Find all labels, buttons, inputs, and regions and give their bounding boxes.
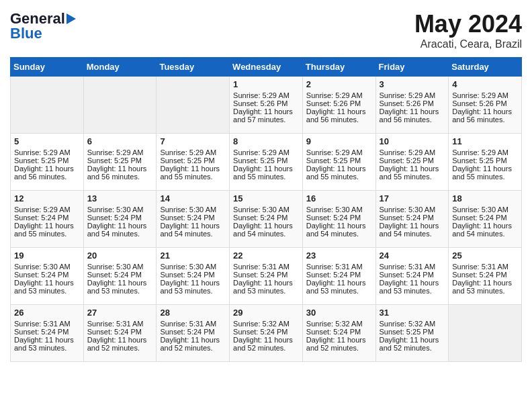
- day-info: Daylight: 11 hours: [306, 107, 372, 116]
- day-info: Sunrise: 5:29 AM: [452, 148, 518, 156]
- logo-blue: Blue: [10, 25, 42, 42]
- calendar-cell: 18Sunrise: 5:30 AMSunset: 5:24 PMDayligh…: [449, 191, 522, 248]
- day-info: Sunset: 5:24 PM: [233, 328, 299, 336]
- day-number: 29: [233, 308, 299, 318]
- day-info: Sunrise: 5:30 AM: [160, 263, 226, 271]
- day-number: 7: [160, 136, 226, 146]
- header-saturday: Saturday: [449, 58, 522, 77]
- day-info: Sunset: 5:24 PM: [14, 271, 80, 279]
- calendar-cell: 7Sunrise: 5:29 AMSunset: 5:25 PMDaylight…: [157, 134, 230, 191]
- day-info: Sunset: 5:25 PM: [452, 156, 518, 165]
- day-info: Sunset: 5:24 PM: [233, 271, 299, 279]
- day-info: Sunset: 5:24 PM: [380, 214, 445, 222]
- day-info: Sunset: 5:24 PM: [452, 271, 518, 279]
- calendar-cell: 2Sunrise: 5:29 AMSunset: 5:26 PMDaylight…: [302, 77, 375, 134]
- calendar-cell: 4Sunrise: 5:29 AMSunset: 5:26 PMDaylight…: [449, 77, 522, 134]
- day-info: Daylight: 11 hours: [233, 107, 299, 116]
- day-info: and 56 minutes.: [380, 116, 445, 124]
- day-number: 22: [233, 250, 299, 261]
- calendar-cell: 16Sunrise: 5:30 AMSunset: 5:24 PMDayligh…: [302, 191, 375, 248]
- day-info: and 54 minutes.: [452, 230, 518, 238]
- day-number: 4: [452, 79, 518, 89]
- calendar-cell: 20Sunrise: 5:30 AMSunset: 5:24 PMDayligh…: [83, 248, 157, 305]
- calendar-week-row: 19Sunrise: 5:30 AMSunset: 5:24 PMDayligh…: [11, 248, 522, 305]
- day-number: 26: [14, 308, 80, 318]
- day-info: Sunset: 5:26 PM: [380, 99, 445, 107]
- day-info: Sunrise: 5:32 AM: [306, 320, 372, 328]
- day-info: Sunset: 5:24 PM: [306, 328, 372, 336]
- day-info: Daylight: 11 hours: [306, 279, 372, 287]
- day-number: 17: [380, 193, 445, 203]
- day-info: Sunset: 5:25 PM: [14, 156, 80, 165]
- day-info: and 56 minutes.: [14, 173, 80, 181]
- calendar-table: SundayMondayTuesdayWednesdayThursdayFrid…: [10, 57, 522, 362]
- day-info: Sunrise: 5:31 AM: [380, 263, 445, 271]
- day-number: 5: [14, 136, 80, 146]
- day-info: Daylight: 11 hours: [14, 279, 80, 287]
- day-info: and 57 minutes.: [233, 116, 299, 124]
- day-info: Daylight: 11 hours: [233, 165, 299, 173]
- day-info: Daylight: 11 hours: [160, 165, 226, 173]
- day-number: 25: [452, 250, 518, 261]
- day-info: Sunset: 5:24 PM: [14, 214, 80, 222]
- calendar-cell: 27Sunrise: 5:31 AMSunset: 5:24 PMDayligh…: [83, 305, 157, 362]
- day-info: Sunrise: 5:31 AM: [233, 263, 299, 271]
- day-info: and 52 minutes.: [306, 344, 372, 352]
- day-info: Sunrise: 5:32 AM: [380, 320, 445, 328]
- day-info: Sunrise: 5:31 AM: [306, 263, 372, 271]
- day-info: and 53 minutes.: [306, 287, 372, 295]
- location: Aracati, Ceara, Brazil: [414, 38, 522, 50]
- day-number: 9: [306, 136, 372, 146]
- day-number: 28: [160, 308, 226, 318]
- calendar-cell: [449, 305, 522, 362]
- day-info: and 53 minutes.: [14, 287, 80, 295]
- day-info: Sunset: 5:24 PM: [160, 328, 226, 336]
- day-info: Sunset: 5:24 PM: [160, 214, 226, 222]
- day-info: Sunrise: 5:31 AM: [160, 320, 226, 328]
- day-info: and 55 minutes.: [452, 173, 518, 181]
- day-info: Daylight: 11 hours: [452, 107, 518, 116]
- day-number: 20: [87, 250, 153, 261]
- day-info: Sunrise: 5:30 AM: [380, 205, 445, 214]
- calendar-cell: 5Sunrise: 5:29 AMSunset: 5:25 PMDaylight…: [11, 134, 84, 191]
- day-number: 24: [380, 250, 445, 261]
- day-info: Sunrise: 5:29 AM: [452, 91, 518, 99]
- calendar-week-row: 5Sunrise: 5:29 AMSunset: 5:25 PMDaylight…: [11, 134, 522, 191]
- day-info: Daylight: 11 hours: [452, 165, 518, 173]
- header-tuesday: Tuesday: [157, 58, 230, 77]
- day-info: and 53 minutes.: [233, 287, 299, 295]
- day-info: Sunset: 5:24 PM: [14, 328, 80, 336]
- day-info: Sunset: 5:24 PM: [452, 214, 518, 222]
- calendar-cell: 29Sunrise: 5:32 AMSunset: 5:24 PMDayligh…: [230, 305, 303, 362]
- title-block: May 2024 Aracati, Ceara, Brazil: [414, 10, 522, 50]
- day-info: and 56 minutes.: [87, 173, 153, 181]
- day-info: Daylight: 11 hours: [306, 336, 372, 344]
- day-info: Daylight: 11 hours: [452, 222, 518, 230]
- day-info: Sunrise: 5:29 AM: [160, 148, 226, 156]
- day-info: Daylight: 11 hours: [452, 279, 518, 287]
- day-info: and 53 minutes.: [160, 287, 226, 295]
- day-number: 18: [452, 193, 518, 203]
- day-info: Daylight: 11 hours: [14, 165, 80, 173]
- day-info: and 56 minutes.: [452, 116, 518, 124]
- day-info: Daylight: 11 hours: [87, 279, 153, 287]
- day-info: and 55 minutes.: [233, 173, 299, 181]
- month-title: May 2024: [414, 10, 522, 38]
- header-friday: Friday: [375, 58, 449, 77]
- day-info: Sunset: 5:25 PM: [233, 156, 299, 165]
- calendar-header-row: SundayMondayTuesdayWednesdayThursdayFrid…: [11, 58, 522, 77]
- day-info: Daylight: 11 hours: [380, 279, 445, 287]
- day-info: and 52 minutes.: [380, 344, 445, 352]
- calendar-cell: 25Sunrise: 5:31 AMSunset: 5:24 PMDayligh…: [449, 248, 522, 305]
- day-info: Sunset: 5:24 PM: [87, 214, 153, 222]
- day-info: Sunrise: 5:30 AM: [233, 205, 299, 214]
- calendar-cell: 10Sunrise: 5:29 AMSunset: 5:25 PMDayligh…: [375, 134, 449, 191]
- day-info: Sunset: 5:24 PM: [380, 271, 445, 279]
- calendar-cell: 21Sunrise: 5:30 AMSunset: 5:24 PMDayligh…: [157, 248, 230, 305]
- day-info: Sunset: 5:25 PM: [380, 156, 445, 165]
- day-info: Sunrise: 5:29 AM: [14, 148, 80, 156]
- day-info: and 55 minutes.: [380, 173, 445, 181]
- day-info: and 55 minutes.: [160, 173, 226, 181]
- day-info: Daylight: 11 hours: [87, 336, 153, 344]
- day-info: Daylight: 11 hours: [233, 279, 299, 287]
